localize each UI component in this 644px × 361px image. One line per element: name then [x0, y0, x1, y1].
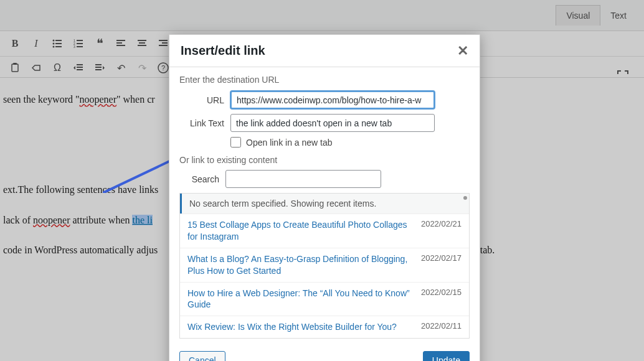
- result-item[interactable]: What Is a Blog? An Easy-to-Grasp Definit…: [180, 248, 469, 282]
- result-title: Wix Review: Is Wix the Right Website Bui…: [187, 321, 421, 333]
- tab-text[interactable]: Text: [600, 6, 637, 26]
- or-link-text: Or link to existing content: [179, 155, 470, 165]
- text: ext.The following sentences have links: [3, 184, 158, 195]
- svg-rect-13: [116, 42, 122, 44]
- svg-rect-12: [116, 40, 125, 41]
- results-header: No search term specified. Showing recent…: [180, 194, 469, 213]
- svg-rect-17: [138, 45, 146, 46]
- svg-rect-23: [77, 64, 83, 65]
- text: attribute when: [70, 215, 133, 225]
- result-date: 2022/02/15: [421, 288, 462, 297]
- svg-rect-11: [77, 46, 83, 47]
- search-input[interactable]: [225, 170, 381, 188]
- svg-rect-9: [77, 43, 83, 44]
- redo-button[interactable]: ↷: [135, 60, 149, 75]
- result-date: 2022/02/21: [421, 219, 462, 228]
- text-underlined: noopener: [80, 94, 117, 105]
- results-list: No search term specified. Showing recent…: [179, 193, 470, 339]
- align-center-button[interactable]: [135, 36, 149, 51]
- text: " when cr: [116, 94, 155, 105]
- close-icon[interactable]: ✕: [457, 44, 468, 58]
- svg-text:?: ?: [161, 64, 165, 72]
- result-item[interactable]: 15 Best Collage Apps to Create Beautiful…: [180, 213, 469, 248]
- selected-link[interactable]: the li: [132, 215, 152, 225]
- indent-button[interactable]: [92, 60, 107, 75]
- svg-rect-14: [116, 45, 125, 46]
- text: code in WordPress automatically adjus: [3, 245, 158, 255]
- text: lack of: [3, 215, 33, 225]
- align-left-button[interactable]: [113, 36, 128, 51]
- svg-rect-27: [95, 67, 102, 68]
- result-date: 2022/02/17: [421, 253, 462, 263]
- result-title: What Is a Blog? An Easy-to-Grasp Definit…: [187, 253, 421, 277]
- editor-tabs: Visual Text: [0, 0, 644, 31]
- result-title: 15 Best Collage Apps to Create Beautiful…: [187, 219, 421, 243]
- cancel-button[interactable]: Cancel: [179, 351, 225, 361]
- svg-rect-22: [13, 63, 17, 65]
- modal-header: Insert/edit link ✕: [169, 35, 480, 67]
- undo-button[interactable]: ↶: [113, 60, 128, 75]
- newtab-label: Open link in a new tab: [246, 138, 333, 148]
- update-button[interactable]: Update: [423, 351, 470, 361]
- svg-point-0: [53, 40, 55, 42]
- bold-button[interactable]: B: [7, 36, 22, 51]
- svg-rect-20: [159, 45, 168, 46]
- svg-rect-15: [138, 40, 146, 41]
- blockquote-button[interactable]: ❝: [92, 36, 107, 51]
- text: seen the keyword ": [3, 94, 80, 105]
- result-item[interactable]: How to Hire a Web Designer: The “All You…: [180, 282, 469, 316]
- linktext-input[interactable]: [230, 114, 435, 132]
- svg-rect-21: [12, 64, 18, 72]
- modal-footer: Cancel Update: [169, 344, 480, 361]
- result-title: How to Hire a Web Designer: The “All You…: [187, 288, 421, 311]
- search-label: Search: [179, 174, 225, 184]
- svg-point-2: [53, 43, 55, 45]
- result-item[interactable]: Wix Review: Is Wix the Right Website Bui…: [180, 316, 469, 338]
- svg-rect-18: [159, 40, 168, 41]
- svg-rect-26: [95, 64, 102, 65]
- insert-link-modal: Insert/edit link ✕ Enter the destination…: [169, 34, 480, 361]
- svg-rect-28: [95, 69, 102, 70]
- bullet-list-button[interactable]: [50, 36, 65, 51]
- svg-rect-24: [77, 67, 83, 68]
- italic-button[interactable]: I: [29, 36, 44, 51]
- modal-title: Insert/edit link: [181, 44, 265, 58]
- tab-visual[interactable]: Visual: [556, 5, 600, 26]
- url-input[interactable]: [230, 91, 435, 109]
- svg-point-4: [53, 46, 55, 48]
- svg-rect-3: [55, 43, 62, 44]
- svg-rect-16: [139, 42, 145, 44]
- clear-formatting-button[interactable]: [29, 60, 44, 75]
- svg-rect-7: [77, 40, 83, 41]
- outdent-button[interactable]: [71, 60, 86, 75]
- url-label: URL: [179, 95, 230, 105]
- numbered-list-button[interactable]: 123: [71, 36, 86, 51]
- svg-rect-1: [55, 40, 62, 41]
- result-date: 2022/02/11: [421, 321, 462, 331]
- svg-rect-19: [162, 42, 168, 44]
- svg-rect-5: [55, 46, 62, 47]
- special-char-button[interactable]: Ω: [50, 60, 65, 75]
- svg-rect-25: [77, 69, 83, 70]
- svg-text:3: 3: [73, 45, 75, 49]
- paste-button[interactable]: [7, 60, 22, 75]
- newtab-checkbox[interactable]: [230, 137, 241, 148]
- url-hint: Enter the destination URL: [179, 75, 470, 85]
- text-underlined: noopener: [33, 215, 70, 225]
- linktext-label: Link Text: [179, 118, 230, 128]
